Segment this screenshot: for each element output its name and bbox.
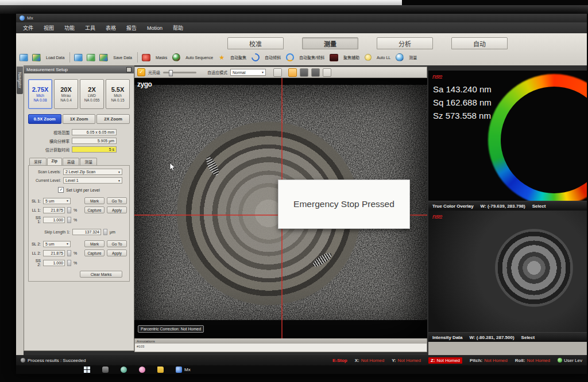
menu-tools[interactable]: 工具 xyxy=(85,24,95,32)
menu-help[interactable]: 帮助 xyxy=(173,24,183,32)
true-color-overlay-panel[interactable]: zygo Sa 143.240 nm Sq 162.688 nm Sz 573.… xyxy=(428,71,587,201)
tab-calibrate[interactable]: 校准 xyxy=(227,37,284,49)
intensity-select-button[interactable]: Select xyxy=(521,335,535,340)
emergency-stop-dialog[interactable]: Emergency Stop Pressed xyxy=(278,180,410,229)
capture1-button[interactable]: Capture xyxy=(84,206,105,213)
apply2-button[interactable]: Apply xyxy=(107,250,127,256)
zoom-0-5x-button[interactable]: 0.5X Zoom xyxy=(28,114,61,124)
export-data-icon[interactable] xyxy=(87,54,95,61)
skip-length-spinner[interactable] xyxy=(103,229,107,235)
auto-tilt-icon[interactable] xyxy=(250,52,261,63)
tab-measure[interactable]: 测量 xyxy=(302,37,358,49)
save-data-button[interactable]: Save Data xyxy=(112,54,133,61)
subtab-zip[interactable]: Zip xyxy=(47,158,62,165)
menu-tables[interactable]: 表格 xyxy=(106,24,116,32)
auto-light-button[interactable]: Auto LL xyxy=(376,54,392,61)
goto1-button[interactable]: Go To xyxy=(107,197,127,204)
motion-status-group: E-Stop X: Not Homed Y: Not Homed Z: Not … xyxy=(332,357,582,364)
ss1-input[interactable]: 1.000 xyxy=(43,217,65,223)
capture2-button[interactable]: Capture xyxy=(84,250,105,256)
objective-2x-button[interactable]: 2X LWD NA 0.055 xyxy=(80,79,104,109)
focus-aid-icon[interactable] xyxy=(330,54,338,61)
menu-motion[interactable]: Motion xyxy=(147,25,163,31)
zoom-1x-button[interactable]: 1X Zoom xyxy=(63,114,96,124)
scan-levels-select[interactable]: 2 Level Zip Scan ▼ xyxy=(63,169,122,175)
masks-button[interactable]: Masks xyxy=(154,54,168,61)
auto-focus-tilt-icon[interactable] xyxy=(286,53,294,61)
light-level-slider[interactable] xyxy=(163,72,196,73)
mark1-button[interactable]: Mark xyxy=(84,197,105,204)
menu-functions[interactable]: 功能 xyxy=(64,24,75,32)
taskbar-app-icon[interactable] xyxy=(121,367,127,373)
zoom-2x-button[interactable]: 2X Zoom xyxy=(96,114,130,124)
objective-2-75x-button[interactable]: 2.75X Mich NA 0.08 xyxy=(28,79,52,109)
menu-view[interactable]: 视图 xyxy=(44,24,54,32)
focus-aid-button[interactable]: 聚焦辅助 xyxy=(342,53,361,61)
taskbar-mx-item[interactable]: Mx xyxy=(176,367,191,373)
fullscreen-toggle-icon[interactable] xyxy=(323,68,331,77)
panel-pin-icon[interactable] xyxy=(126,67,131,72)
pitch-axis-status: Pitch: Not Homed xyxy=(470,358,508,363)
ss2-spinner[interactable] xyxy=(67,260,71,266)
clear-marks-button[interactable]: Clear Marks xyxy=(80,271,122,278)
recent-data-icon[interactable] xyxy=(32,54,41,61)
taskbar-app-icon[interactable] xyxy=(102,367,109,373)
menu-file[interactable]: 文件 xyxy=(23,24,33,32)
ll1-input[interactable]: 21.875 xyxy=(43,207,65,213)
objective-5-5x-button[interactable]: 5.5X Mich NA 0.15 xyxy=(106,79,130,109)
auto-focus-tilt-button[interactable]: 自动聚焦/倾斜 xyxy=(298,53,326,61)
grid-toggle-icon[interactable] xyxy=(311,68,320,77)
auto-light-icon[interactable] xyxy=(365,54,372,61)
true-color-select-button[interactable]: Select xyxy=(532,204,546,209)
objective-20x-button[interactable]: 20X Mirau NA 0.4 xyxy=(54,79,78,109)
ss2-input[interactable]: 1.000 xyxy=(43,260,65,266)
annotations-header[interactable]: Annotations xyxy=(135,338,427,344)
file-explorer-icon[interactable] xyxy=(157,367,164,373)
tab-automation[interactable]: 自动 xyxy=(451,37,508,49)
overlay-toggle-icon[interactable] xyxy=(300,68,308,77)
measure-icon[interactable] xyxy=(396,53,404,61)
slider-thumb[interactable] xyxy=(169,70,173,76)
auto-focus-button[interactable]: 自动聚焦 xyxy=(229,53,247,61)
histogram-icon[interactable] xyxy=(273,68,282,77)
taskbar-app-icon[interactable] xyxy=(139,367,145,373)
navigator-tab[interactable]: Navigator xyxy=(17,67,23,94)
crosshair-toggle-icon[interactable] xyxy=(288,68,297,77)
auto-focus-icon[interactable]: ★ xyxy=(218,54,225,61)
apply1-button[interactable]: Apply xyxy=(107,206,127,213)
ll2-spinner[interactable] xyxy=(67,250,71,256)
auto-sequence-icon[interactable] xyxy=(172,53,180,61)
windows-start-icon[interactable] xyxy=(84,367,90,373)
ss1-spinner[interactable] xyxy=(67,217,71,223)
current-level-select[interactable]: Level 1 ▼ xyxy=(63,177,122,184)
copy-data-icon[interactable] xyxy=(74,54,83,61)
sl1-select[interactable]: 5 um ▼ xyxy=(43,198,71,204)
emergency-stop-message: Emergency Stop Pressed xyxy=(293,199,394,209)
measure-button[interactable]: 测量 xyxy=(408,53,418,61)
goto2-button[interactable]: Go To xyxy=(107,240,127,247)
live-camera-view[interactable]: zygo Emergency Stop Pressed Parcentric C… xyxy=(134,78,427,338)
subtab-sampling[interactable]: 采样 xyxy=(29,158,47,165)
ll2-input[interactable]: 21.875 xyxy=(43,250,65,256)
new-data-icon[interactable] xyxy=(20,54,28,61)
adaptive-mode-label: 自适应模式 xyxy=(207,69,227,75)
mark2-button[interactable]: Mark xyxy=(84,240,105,247)
objective-na: NA 0.08 xyxy=(33,98,47,102)
adaptive-mode-select[interactable]: Normal ▼ xyxy=(230,69,266,76)
load-data-button[interactable]: Load Data xyxy=(45,54,65,61)
auto-sequence-button[interactable]: Auto Sequence xyxy=(184,54,214,61)
save-data-icon[interactable] xyxy=(99,54,108,61)
set-light-checkbox[interactable]: ✓ xyxy=(58,187,64,193)
subtab-measure[interactable]: 测量 xyxy=(80,158,97,165)
ll1-spinner[interactable] xyxy=(67,207,71,213)
sl2-select[interactable]: 5 um ▼ xyxy=(43,241,71,247)
intensity-data-panel[interactable]: zygo xyxy=(428,211,587,332)
menu-reports[interactable]: 报告 xyxy=(126,24,137,32)
subtab-advanced[interactable]: 高级 xyxy=(63,158,80,165)
auto-tilt-button[interactable]: 自动倾斜 xyxy=(264,53,282,61)
annotation-item[interactable]: #103 xyxy=(135,344,427,348)
skip-length-input[interactable]: 137.324 xyxy=(72,229,101,235)
masks-icon[interactable] xyxy=(142,54,150,61)
tab-analyze[interactable]: 分析 xyxy=(377,37,433,49)
light-check-icon[interactable]: ✓ xyxy=(137,68,145,76)
